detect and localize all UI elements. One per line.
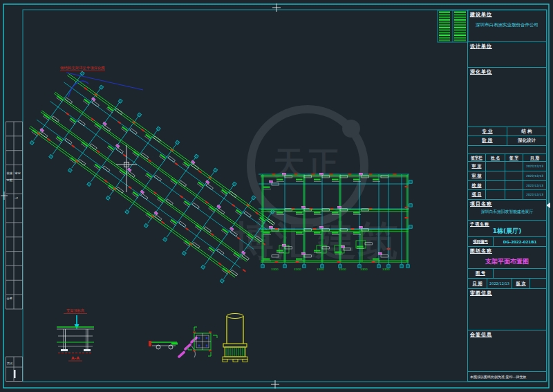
version-label: 版 次 bbox=[512, 279, 530, 288]
design-label: 设计单位 bbox=[468, 42, 546, 49]
tianzheng-watermark: 天正 博汇建筑 bbox=[234, 109, 400, 264]
date-label: 日 期 bbox=[468, 279, 487, 288]
sign-role: 项 目 bbox=[468, 190, 486, 199]
project-name-label: 项目名称 bbox=[468, 200, 546, 207]
drawing-no-value bbox=[494, 269, 546, 278]
countersign-label: 会签信息 bbox=[468, 330, 546, 337]
watermark-text-1: 天正 bbox=[272, 144, 342, 182]
countersign-section: 会签信息 bbox=[468, 330, 546, 372]
beam-detail bbox=[149, 341, 178, 349]
project-name-section: 项目名称 深圳白石洲旧改智能建造展厅 bbox=[468, 200, 546, 221]
section-label: A-A bbox=[71, 355, 79, 360]
review-label: 审图信息 bbox=[468, 289, 546, 296]
red-note-text: 钢结构支架详见专项深化图 bbox=[59, 66, 105, 71]
version-value bbox=[530, 279, 546, 288]
approval-stamp-block bbox=[438, 10, 468, 42]
owner-value: 深圳市白石洲实业股份合作公司 bbox=[468, 22, 546, 28]
drawing-name-section: 图纸名称 支架平面布置图 bbox=[468, 247, 546, 269]
project-no-label: 项目编号 bbox=[468, 237, 494, 246]
project-name-value: 深圳白石洲旧改智能建造展厅 bbox=[468, 209, 546, 215]
profession-value: 结 构 bbox=[507, 127, 546, 136]
dim-label: 3300 bbox=[317, 268, 324, 271]
drawing-name-label: 图纸名称 bbox=[468, 247, 546, 254]
deepen-section: 深化单位 bbox=[468, 68, 546, 127]
dim-label: 3300 bbox=[360, 268, 368, 271]
drawing-name-value: 支架平面布置图 bbox=[468, 257, 546, 266]
strip-cell-2: 审定 bbox=[15, 171, 21, 175]
strip-cell-5: 日期 bbox=[7, 178, 12, 182]
sign-row: 项 目 2022/12/13 bbox=[468, 190, 546, 200]
owner-section: 建设单位 深圳市白石洲实业股份合作公司 bbox=[468, 10, 546, 42]
sign-date: 2022/12/13 bbox=[523, 181, 546, 189]
sign-header-3: 日 期 bbox=[523, 154, 546, 161]
subitem-value: 1栋(展厅) bbox=[468, 227, 546, 236]
sheet-note: 本图须以图纸比例为准,复印一律无效 bbox=[468, 372, 546, 379]
date-row: 日 期 2022/12/13 版 次 bbox=[468, 279, 546, 289]
strip-cell-4: 页次 bbox=[7, 362, 13, 365]
strip-cell-3: 会签 bbox=[7, 297, 12, 300]
sign-role: 审 定 bbox=[468, 162, 486, 171]
date-value: 2022/12/13 bbox=[487, 279, 512, 288]
title-block: 建设单位 深圳市白石洲实业股份合作公司 设计单位 深化单位 专 业 结 构 阶 … bbox=[467, 10, 547, 382]
stud-hatch bbox=[226, 348, 245, 356]
dimension-labels: 3300 3300 3300 3300 3300 3300 bbox=[271, 268, 390, 271]
sign-row: 审 核 2022/12/13 bbox=[468, 171, 546, 181]
sign-row: 审 定 2022/12/13 bbox=[468, 162, 546, 171]
sign-header-0: 签字栏 bbox=[468, 154, 486, 161]
sign-date: 2022/12/13 bbox=[523, 190, 546, 199]
sign-date: 2022/12/13 bbox=[523, 162, 546, 171]
red-annotation: 钢结构支架详见专项深化图 bbox=[59, 66, 143, 97]
dim-label: 3300 bbox=[271, 268, 279, 271]
detail-top-label: 支架顶标高 bbox=[66, 308, 84, 313]
stage-label: 阶 段 bbox=[468, 136, 507, 145]
profession-row: 专 业 结 构 bbox=[468, 127, 546, 136]
drawing-no-label: 图 号 bbox=[468, 269, 494, 278]
spacer-row bbox=[468, 146, 546, 154]
sign-date: 2022/12/13 bbox=[523, 171, 546, 180]
cad-model-space: 天正 博汇建筑 校核 审定 日期 → 会签 页次 3300 3300 bbox=[0, 0, 553, 392]
sign-role: 审 核 bbox=[468, 171, 486, 180]
sign-header-2: 签 字 bbox=[505, 154, 523, 161]
deepen-label: 深化单位 bbox=[468, 68, 546, 75]
column-base-detail bbox=[223, 314, 247, 362]
magenta-bar bbox=[178, 351, 186, 358]
owner-label: 建设单位 bbox=[468, 10, 546, 17]
leader-line bbox=[66, 73, 143, 90]
left-center-mark bbox=[1, 192, 8, 200]
support-elevation-detail: 支架顶标高 A-A bbox=[57, 308, 94, 361]
strip-cell-1: 校核 bbox=[7, 171, 13, 175]
stage-value: 深化设计 bbox=[507, 136, 546, 145]
sign-header-1: 姓 名 bbox=[486, 154, 505, 161]
stage-row: 阶 段 深化设计 bbox=[468, 136, 546, 146]
subitem-section: 子项名称 1栋(展厅) bbox=[468, 221, 546, 237]
baseplate-detail bbox=[178, 327, 217, 358]
profession-label: 专 业 bbox=[468, 127, 507, 136]
project-no-value: DG-2022-021B1 bbox=[494, 237, 546, 246]
subitem-label: 子项名称 bbox=[468, 221, 546, 227]
left-signature-strip: 校核 审定 日期 → 会签 页次 bbox=[6, 122, 23, 382]
project-no-row: 项目编号 DG-2022-021B1 bbox=[468, 237, 546, 247]
sheet-note-row: 本图须以图纸比例为准,复印一律无效 bbox=[468, 372, 546, 382]
dim-label: 3300 bbox=[382, 268, 390, 271]
drawing-no-row: 图 号 bbox=[468, 269, 546, 279]
dim-label: 3300 bbox=[294, 268, 301, 271]
review-section: 审图信息 bbox=[468, 289, 546, 330]
sign-role: 校 核 bbox=[468, 181, 486, 189]
strip-arrow: → bbox=[15, 195, 18, 200]
top-center-mark bbox=[272, 3, 281, 12]
watermark-text-2: 博汇建筑 bbox=[234, 217, 400, 264]
sign-row: 校 核 2022/12/13 bbox=[468, 181, 546, 190]
sign-header-row: 签字栏 姓 名 签 字 日 期 bbox=[468, 154, 546, 162]
strip-glyph-bar bbox=[14, 370, 16, 378]
dim-label: 3300 bbox=[339, 268, 346, 271]
design-section: 设计单位 bbox=[468, 42, 546, 68]
